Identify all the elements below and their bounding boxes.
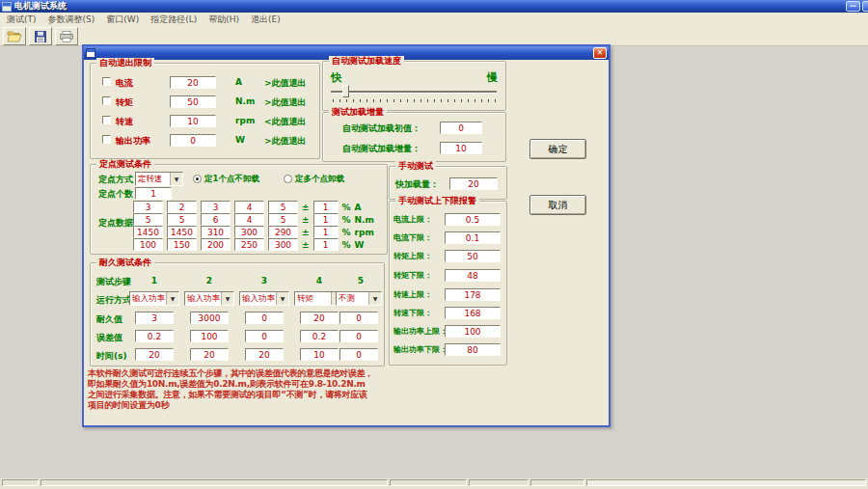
time-input[interactable]: [300, 348, 339, 361]
point-data-input[interactable]: [268, 226, 298, 238]
step-number: 1: [129, 276, 179, 285]
limit-input[interactable]: [445, 288, 501, 301]
time-input[interactable]: [135, 348, 174, 361]
menu-path[interactable]: 指定路径(L): [147, 14, 204, 26]
error-value-label: 误差值: [96, 332, 122, 344]
row-unit-label: A: [355, 203, 362, 212]
menu-param-adjust[interactable]: 参数调整(S): [44, 14, 103, 26]
maximize-button[interactable]: [862, 1, 868, 12]
point-data-input[interactable]: [201, 201, 231, 213]
run-mode-dropdown[interactable]: 输入功率 ▼: [239, 291, 289, 306]
power-limit-input[interactable]: [170, 134, 216, 147]
power-exit-checkbox[interactable]: [102, 135, 111, 144]
time-input[interactable]: [190, 348, 229, 361]
speed-unit-label: rpm: [235, 116, 255, 125]
chevron-down-icon[interactable]: ▼: [166, 292, 178, 305]
error-value-input[interactable]: [135, 330, 174, 342]
error-value-input[interactable]: [190, 330, 229, 342]
error-value-input[interactable]: [300, 330, 339, 342]
point-count-input[interactable]: [135, 187, 172, 200]
run-mode-dropdown[interactable]: 输入功率 ▼: [129, 291, 179, 306]
load-speed-slider-track[interactable]: [331, 91, 497, 93]
menu-help[interactable]: 帮助(H): [204, 14, 247, 26]
point-data-input[interactable]: [268, 213, 298, 226]
speed-exit-checkbox[interactable]: [102, 116, 111, 124]
load-speed-slider-thumb[interactable]: [342, 85, 349, 97]
single-point-radio[interactable]: [193, 175, 202, 183]
point-data-input[interactable]: [234, 213, 264, 226]
point-data-input[interactable]: [234, 226, 264, 238]
speed-limit-input[interactable]: [170, 115, 216, 127]
load-initial-input[interactable]: [440, 122, 482, 134]
point-data-input[interactable]: [167, 238, 197, 251]
cancel-button[interactable]: 取消: [529, 195, 586, 215]
menu-window[interactable]: 窗口(W): [102, 14, 147, 26]
point-data-input[interactable]: [167, 226, 197, 238]
point-data-input[interactable]: [201, 213, 231, 226]
point-data-input[interactable]: [133, 213, 163, 226]
chevron-down-icon[interactable]: ▼: [170, 173, 182, 185]
app-icon: [2, 2, 12, 12]
chevron-down-icon[interactable]: ▼: [368, 292, 381, 305]
chevron-down-icon[interactable]: ▼: [221, 292, 233, 305]
minimize-button[interactable]: —: [846, 1, 860, 12]
window-title: 电机测试系统: [14, 0, 67, 13]
limit-input[interactable]: [445, 213, 501, 226]
speed-label: 转速: [116, 116, 133, 128]
limit-input[interactable]: [445, 269, 501, 282]
current-limit-input[interactable]: [170, 76, 216, 89]
endurance-group-title: 耐久测试条件: [96, 258, 154, 267]
current-exit-checkbox[interactable]: [102, 77, 111, 86]
point-data-input[interactable]: [133, 201, 163, 213]
fixed-point-mode-dropdown[interactable]: 定转速 ▼: [135, 172, 183, 186]
point-data-input[interactable]: [268, 201, 298, 213]
menu-test[interactable]: 测试(T): [3, 14, 44, 26]
fixed-point-group: 定点测试条件 定点方式 定转速 ▼ 定1个点不卸载 定多个点卸载 定点个数 定点…: [90, 164, 388, 255]
open-file-button[interactable]: [3, 27, 26, 45]
point-data-input[interactable]: [201, 238, 231, 251]
print-button[interactable]: [55, 27, 78, 45]
run-mode-value: 输入功率: [130, 293, 166, 305]
endurance-value-input[interactable]: [245, 312, 284, 324]
point-data-input[interactable]: [167, 213, 197, 226]
endurance-value-input[interactable]: [300, 312, 339, 324]
point-data-input[interactable]: [268, 238, 298, 251]
limit-input[interactable]: [445, 307, 501, 319]
limit-input[interactable]: [445, 325, 501, 338]
point-data-input[interactable]: [234, 201, 264, 213]
run-mode-dropdown[interactable]: 输入功率 ▼: [184, 291, 234, 306]
tolerance-input[interactable]: [313, 238, 339, 251]
limit-input[interactable]: [445, 343, 501, 356]
ok-button[interactable]: 确定: [529, 139, 586, 159]
point-data-input[interactable]: [133, 226, 163, 238]
load-increment-input[interactable]: [440, 142, 482, 154]
limit-input[interactable]: [445, 231, 501, 244]
close-icon[interactable]: ✕: [593, 47, 607, 59]
run-mode-dropdown[interactable]: 不测 ▼: [336, 291, 382, 306]
tolerance-input[interactable]: [313, 201, 339, 213]
limit-input[interactable]: [445, 250, 501, 262]
tolerance-input[interactable]: [313, 226, 339, 238]
tolerance-input[interactable]: [313, 213, 339, 226]
time-input[interactable]: [339, 348, 378, 361]
point-data-input[interactable]: [201, 226, 231, 238]
point-data-input[interactable]: [167, 201, 197, 213]
error-value-input[interactable]: [245, 330, 284, 342]
multi-point-radio[interactable]: [284, 175, 292, 183]
endurance-value-input[interactable]: [135, 312, 174, 324]
status-panel: [586, 479, 866, 486]
point-data-input[interactable]: [133, 238, 163, 251]
torque-exit-checkbox[interactable]: [102, 96, 111, 105]
endurance-value-input[interactable]: [339, 312, 378, 324]
endurance-value-input[interactable]: [190, 312, 229, 324]
save-button[interactable]: [29, 27, 52, 45]
point-data-input[interactable]: [234, 238, 264, 251]
fast-load-input[interactable]: [449, 177, 498, 190]
error-value-input[interactable]: [339, 330, 378, 342]
torque-limit-input[interactable]: [170, 95, 216, 108]
menu-exit[interactable]: 退出(E): [247, 14, 288, 26]
chevron-down-icon[interactable]: ▼: [276, 292, 288, 305]
current-label: 电流: [116, 77, 133, 90]
time-input[interactable]: [245, 348, 284, 361]
limit-row: 电流上限：: [390, 213, 506, 227]
